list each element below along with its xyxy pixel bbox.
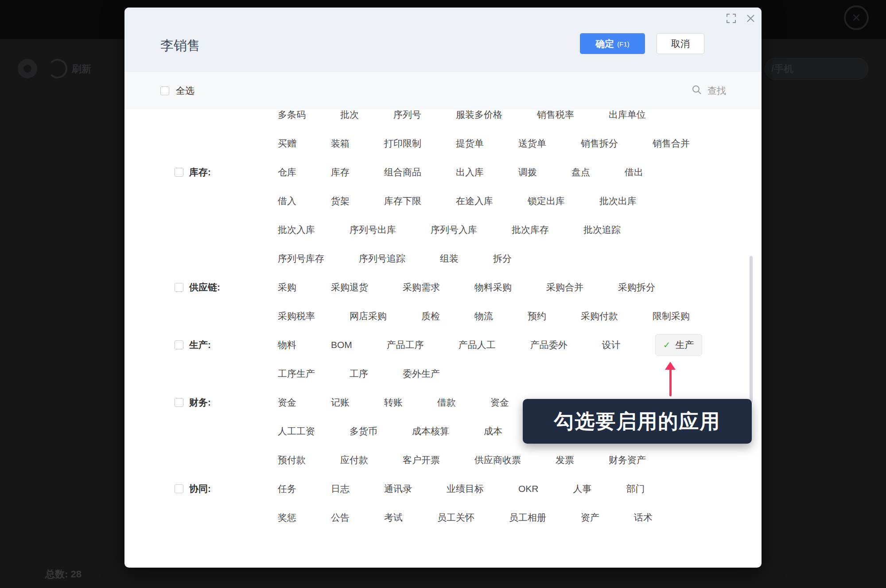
app-item[interactable]: 借出 (625, 166, 643, 178)
app-item[interactable]: 批次出库 (599, 195, 637, 207)
app-item[interactable]: 预约 (528, 310, 546, 322)
app-item[interactable]: 多条码 (278, 108, 306, 121)
app-item[interactable]: 序列号入库 (431, 224, 477, 236)
app-item[interactable]: 工序生产 (278, 368, 315, 380)
app-item[interactable]: 物料采购 (474, 281, 512, 294)
app-item[interactable]: 采购合并 (546, 281, 583, 294)
app-item[interactable]: 采购 (278, 281, 296, 294)
app-item[interactable]: 库存下限 (384, 195, 421, 207)
app-item[interactable]: 批次追踪 (583, 224, 621, 236)
app-item[interactable]: 销售合并 (653, 137, 690, 150)
app-item[interactable]: 奖惩 (278, 511, 296, 524)
app-item[interactable]: 产品委外 (530, 339, 567, 351)
cancel-button[interactable]: 取消 (657, 33, 704, 54)
app-item[interactable]: 物流 (474, 310, 493, 322)
app-item[interactable]: 在途入库 (456, 195, 493, 207)
app-item[interactable]: 仓库 (278, 166, 296, 178)
app-item[interactable]: 成本 (484, 425, 502, 437)
app-item[interactable]: 考试 (384, 511, 403, 524)
app-item[interactable]: 提货单 (456, 137, 484, 150)
app-item[interactable]: 记账 (331, 396, 350, 409)
app-item[interactable]: 成本核算 (412, 425, 449, 437)
maximize-icon[interactable] (727, 14, 736, 23)
select-all-checkbox[interactable] (160, 86, 169, 95)
group-checkbox[interactable] (175, 484, 183, 493)
app-item[interactable]: 转账 (384, 396, 403, 409)
close-icon[interactable] (746, 14, 755, 23)
app-item[interactable]: 发票 (556, 454, 574, 466)
app-item[interactable]: 产品人工 (459, 339, 496, 351)
app-item[interactable]: 业绩目标 (447, 483, 484, 495)
group-checkbox[interactable] (175, 340, 183, 349)
app-item[interactable]: 多货币 (350, 425, 377, 437)
app-item-checked[interactable]: ✓生产 (655, 334, 702, 356)
confirm-button[interactable]: 确定 (F1) (580, 33, 645, 54)
app-item[interactable]: 员工关怀 (437, 511, 474, 524)
app-item[interactable]: 采购需求 (403, 281, 440, 294)
app-item[interactable]: 质检 (421, 310, 440, 322)
app-item[interactable]: 拆分 (493, 252, 512, 265)
app-item[interactable]: 锁定出库 (528, 195, 565, 207)
app-item[interactable]: 盘点 (571, 166, 590, 178)
app-item[interactable]: 销售拆分 (581, 137, 618, 150)
app-item[interactable]: 序列号库存 (278, 252, 324, 265)
app-item[interactable]: 产品工序 (387, 339, 424, 351)
app-item[interactable]: 人工工资 (278, 425, 315, 437)
app-item[interactable]: 部门 (626, 483, 645, 495)
app-item[interactable]: 人事 (573, 483, 592, 495)
app-item[interactable]: 资产 (581, 511, 599, 524)
scrollbar-thumb[interactable] (750, 256, 753, 403)
app-item[interactable]: 序列号 (393, 108, 421, 121)
app-item[interactable]: 工序 (350, 368, 368, 380)
app-item[interactable]: 委外生产 (403, 368, 440, 380)
app-item[interactable]: 库存 (331, 166, 350, 178)
app-item[interactable]: 调拨 (518, 166, 537, 178)
app-item[interactable]: 序列号出库 (350, 224, 396, 236)
app-item[interactable]: 日志 (331, 483, 350, 495)
app-item[interactable]: 出入库 (456, 166, 484, 178)
app-item[interactable]: 服装多价格 (456, 108, 502, 121)
group-checkbox[interactable] (175, 398, 183, 407)
app-item[interactable]: 客户开票 (403, 454, 440, 466)
app-item[interactable]: 组装 (440, 252, 459, 265)
app-item[interactable]: 供应商收票 (474, 454, 521, 466)
app-item[interactable]: 序列号追踪 (359, 252, 405, 265)
app-item[interactable]: 资金 (278, 396, 296, 409)
app-item[interactable]: 货架 (331, 195, 350, 207)
app-item[interactable]: 应付款 (340, 454, 368, 466)
app-item[interactable]: OKR (518, 484, 539, 494)
app-item[interactable]: 采购拆分 (618, 281, 655, 294)
group-checkbox[interactable] (175, 168, 183, 177)
app-item[interactable]: 送货单 (518, 137, 546, 150)
app-item[interactable]: 员工相册 (509, 511, 546, 524)
app-item[interactable]: 物料 (278, 339, 296, 351)
app-item[interactable]: 借入 (278, 195, 296, 207)
app-item[interactable]: 预付款 (278, 454, 306, 466)
app-item[interactable]: 网店采购 (350, 310, 387, 322)
app-item[interactable]: 限制采购 (653, 310, 690, 322)
app-item[interactable]: 借款 (437, 396, 456, 409)
app-item[interactable]: 销售税率 (537, 108, 574, 121)
app-item[interactable]: 批次入库 (278, 224, 315, 236)
app-item[interactable]: 装箱 (331, 137, 350, 150)
app-item[interactable]: 公告 (331, 511, 350, 524)
app-item[interactable]: 资金 (490, 396, 509, 409)
app-item[interactable]: 采购退货 (331, 281, 368, 294)
app-item[interactable]: 批次库存 (512, 224, 549, 236)
app-item[interactable]: 组合商品 (384, 166, 421, 178)
app-item[interactable]: 打印限制 (384, 137, 421, 150)
app-item[interactable]: 采购税率 (278, 310, 315, 322)
app-item[interactable]: 出库单位 (609, 108, 646, 121)
app-item[interactable]: 买赠 (278, 137, 296, 150)
app-item[interactable]: BOM (331, 340, 352, 350)
app-item[interactable]: 任务 (278, 483, 296, 495)
select-all-control[interactable]: 全选 (160, 85, 194, 97)
group-checkbox[interactable] (175, 283, 183, 292)
app-item[interactable]: 批次 (340, 108, 359, 121)
app-item[interactable]: 设计 (602, 339, 621, 351)
app-item[interactable]: 话术 (634, 511, 653, 524)
search-box[interactable]: 查找 (692, 85, 726, 97)
app-item[interactable]: 采购付款 (581, 310, 618, 322)
app-item[interactable]: 财务资产 (609, 454, 646, 466)
app-item[interactable]: 通讯录 (384, 483, 412, 495)
